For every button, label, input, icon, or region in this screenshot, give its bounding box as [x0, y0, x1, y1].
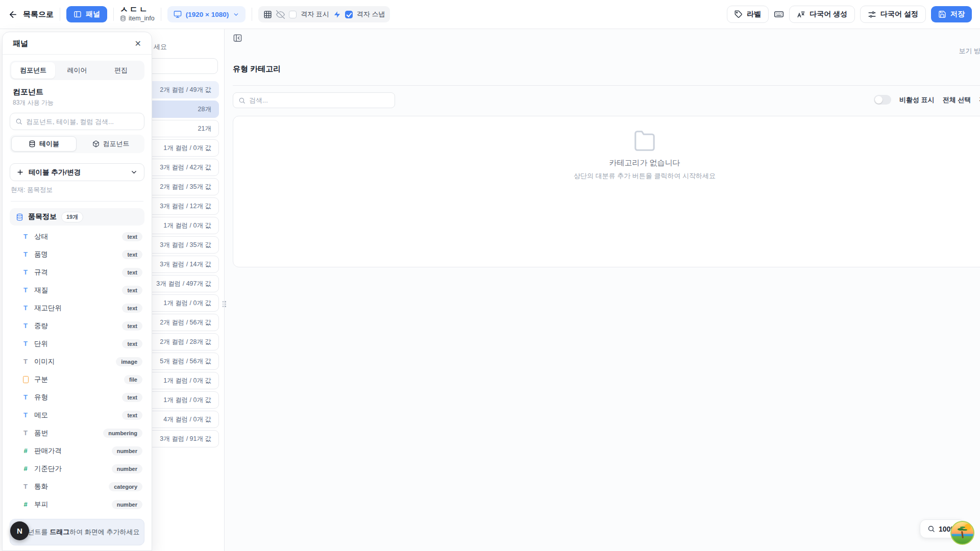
divider	[60, 8, 60, 21]
database-icon	[29, 140, 36, 147]
sidebar-resize-handle[interactable]	[222, 298, 227, 310]
mode-table-button[interactable]: 테이블	[11, 136, 77, 152]
folder-icon	[632, 131, 657, 151]
field-row[interactable]: 유형 text	[10, 388, 144, 406]
field-type-icon	[22, 233, 29, 240]
app-root: 목록으로 패널 ㅅㄷㄴ item_info (980 × 551)	[0, 0, 980, 551]
add-table-button[interactable]: 테이블 추가/변경	[10, 163, 144, 181]
database-icon	[16, 213, 23, 221]
field-type-icon	[22, 322, 29, 330]
field-row[interactable]: 품명 text	[10, 245, 144, 263]
field-type-badge: number	[112, 446, 142, 456]
field-row[interactable]: 중량 text	[10, 317, 144, 335]
field-name: 품번	[34, 429, 48, 438]
field-type-icon	[22, 340, 29, 347]
grid-snap-checkbox[interactable]	[345, 11, 353, 18]
field-row[interactable]: 규격 text	[10, 263, 144, 281]
field-row[interactable]: 메모 text	[10, 406, 144, 424]
field-row[interactable]: 통화 category	[10, 478, 144, 495]
grid-show-label: 격자 표시	[301, 10, 329, 19]
grid-icon	[263, 10, 272, 19]
field-name: 부피	[34, 500, 48, 509]
field-type-badge: text	[122, 411, 142, 420]
field-type-badge: text	[122, 339, 142, 348]
component-search-field[interactable]	[26, 118, 139, 126]
save-button[interactable]: 저장	[931, 6, 972, 22]
chevron-down-icon	[130, 168, 138, 176]
grid-snap-label: 격자 스냅	[357, 10, 385, 19]
field-row[interactable]: 단위 text	[10, 335, 144, 353]
collapse-sidebar-icon[interactable]	[233, 33, 242, 43]
drag-hint: 컴포넌트를 드래그하여 화면에 추가하세요	[10, 519, 144, 545]
translate-icon	[797, 10, 805, 19]
field-type-icon	[22, 447, 29, 455]
back-to-list-button[interactable]: 목록으로	[8, 10, 54, 19]
label-button[interactable]: 라벨	[727, 6, 769, 23]
i18n-settings-text: 다국어 설정	[880, 10, 918, 19]
field-row[interactable]: 재질 text	[10, 281, 144, 299]
add-table-label: 테이블 추가/변경	[29, 168, 81, 177]
table-group-header[interactable]: 품목정보 19개	[10, 208, 144, 226]
field-type-badge: text	[122, 286, 142, 295]
top-toolbar: 목록으로 패널 ㅅㄷㄴ item_info (980 × 551)	[0, 0, 980, 29]
field-row[interactable]: 품번 numbering	[10, 424, 144, 442]
components-available-count: 83개 사용 가능	[13, 98, 141, 107]
components-section-header: 컴포넌트 83개 사용 가능	[13, 87, 141, 107]
field-type-badge: image	[116, 357, 142, 366]
field-row[interactable]: 판매가격 number	[10, 442, 144, 460]
screen-size-value: (980 × 551)	[186, 11, 229, 18]
chevron-down-icon	[233, 11, 239, 18]
tab-edit[interactable]: 편집	[99, 62, 143, 79]
panel-left-icon	[74, 10, 82, 18]
n-launcher-badge[interactable]: N	[10, 521, 29, 540]
tag-icon	[734, 10, 743, 18]
select-all-button[interactable]: 전체 선택	[943, 95, 971, 105]
inactive-toggle[interactable]	[874, 95, 891, 105]
eye-off-icon	[276, 10, 285, 19]
grid-settings-group: 격자 표시 격자 스냅	[258, 6, 390, 22]
mode-component-button[interactable]: 컴포넌트	[79, 136, 143, 152]
keyboard-shortcuts-button[interactable]	[774, 9, 784, 19]
field-type-icon	[22, 358, 29, 365]
lightning-icon	[333, 11, 341, 18]
island-app-icon[interactable]	[950, 521, 974, 545]
i18n-generate-button[interactable]: 다국어 생성	[789, 6, 855, 23]
screen-size-selector[interactable]: (980 × 551)	[167, 6, 246, 22]
save-icon	[938, 10, 946, 18]
drag-hint-bold: 드래그	[50, 528, 69, 536]
grid-show-checkbox[interactable]	[289, 11, 297, 18]
sliders-icon	[868, 10, 876, 19]
field-name: 상태	[34, 232, 48, 241]
field-row[interactable]: 부피 number	[10, 495, 144, 513]
search-icon	[238, 97, 246, 104]
panel-header: 패널 ✕	[3, 32, 152, 55]
divider	[113, 8, 114, 21]
divider	[11, 201, 143, 202]
field-name: 유형	[34, 393, 48, 402]
close-icon[interactable]: ✕	[135, 40, 141, 48]
tab-components[interactable]: 컴포넌트	[11, 62, 55, 79]
field-type-badge: text	[122, 232, 142, 241]
field-type-icon	[22, 411, 29, 419]
tab-layers[interactable]: 레이어	[55, 62, 99, 79]
document-title-block: ㅅㄷㄴ item_info	[120, 5, 155, 22]
field-type-badge: text	[122, 268, 142, 277]
category-search[interactable]	[233, 92, 395, 108]
field-row[interactable]: 기준단가 number	[10, 460, 144, 478]
field-row[interactable]: 상태 text	[10, 228, 144, 245]
category-search-field[interactable]	[249, 96, 389, 104]
field-row[interactable]: 재고단위 text	[10, 299, 144, 317]
document-title: ㅅㄷㄴ	[120, 5, 155, 14]
i18n-settings-button[interactable]: 다국어 설정	[860, 6, 926, 23]
panel-toggle-label: 패널	[86, 10, 100, 19]
component-search[interactable]	[10, 113, 144, 130]
panel-title: 패널	[13, 39, 28, 48]
field-name: 기준단가	[34, 464, 62, 473]
panel-toggle-button[interactable]: 패널	[66, 6, 107, 22]
field-name: 이미지	[34, 357, 55, 366]
field-type-icon	[22, 483, 29, 490]
field-type-badge: text	[122, 321, 142, 331]
database-icon	[120, 15, 126, 21]
field-row[interactable]: 구분 file	[10, 370, 144, 388]
field-row[interactable]: 이미지 image	[10, 353, 144, 370]
